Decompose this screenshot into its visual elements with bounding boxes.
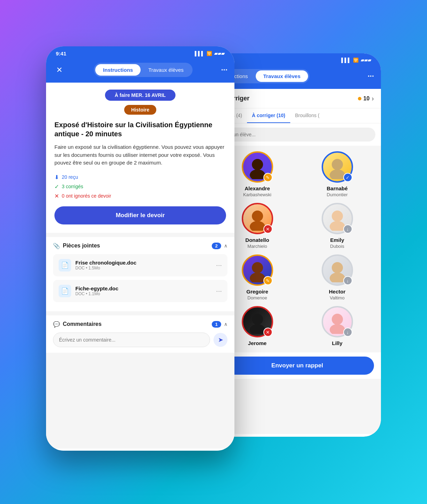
svg-point-13 [250,324,265,334]
badge-jerome: ✕ [263,328,272,337]
wifi-icon-right: 🛜 [353,58,359,63]
content-left: À faire MER. 16 AVRIL Histoire Exposé d'… [46,83,234,449]
stat-received: ⬇ 20 reçu [54,174,226,181]
students-grid: ✎ Alexandre Karbashewski ✓ Barnabé Dumon… [214,146,381,352]
svg-point-4 [252,211,263,222]
comment-icon: 💬 [53,321,60,328]
svg-point-6 [332,211,343,222]
nav-bar-left: ✕ Instructions Travaux élèves ··· [46,59,234,83]
nav-tabs-left: Instructions Travaux élèves [94,63,193,77]
file-item-2[interactable]: 📄 Fiche-egypte.doc DOC • 1.1Mo ··· [53,280,227,302]
badge-donatello: ✕ [263,224,272,234]
send-comment-button[interactable]: ➤ [214,333,227,347]
badge-alexandre: ✎ [263,173,272,182]
comment-input-row: ➤ [53,333,227,347]
badge-emily: ↓ [343,224,352,234]
svg-point-10 [332,262,343,273]
student-emily[interactable]: ↓ Emily Dubois [299,203,375,249]
assignment-desc: Faire un exposé sur la civilisation égyp… [54,143,226,167]
svg-point-1 [250,169,265,179]
count-number: 10 [364,96,370,102]
svg-point-11 [330,273,345,282]
file-meta-2: DOC • 1.1Mo [75,291,118,296]
student-hector[interactable]: ↓ Hector Valtimo [299,254,375,300]
right-phone: ▌▌▌ 🛜 ▰▰▰ ructions Travaux élèves ··· à … [214,53,381,437]
comments-title: 💬 Commentaires [53,321,102,328]
collapse-attachments[interactable] [224,243,227,249]
student-name-jerome: Jerome [248,340,267,346]
time-left: 9:41 [56,51,66,56]
avatar-wrap-donatello: ✕ [242,203,273,234]
stat-corrected: ✓ 3 corrigés [54,183,226,190]
file-icon-2: 📄 [59,285,71,297]
avatar-wrap-emily: ↓ [322,203,353,234]
close-button[interactable]: ✕ [53,64,66,76]
file-info-2: 📄 Fiche-egypte.doc DOC • 1.1Mo [59,285,118,297]
file-item-1[interactable]: 📄 Frise chronologique.doc DOC • 1.5Mo ··… [53,254,227,276]
wifi-icon: 🛜 [207,51,212,56]
download-icon: ⬇ [54,174,59,181]
svg-point-12 [252,314,263,325]
file-info-1: 📄 Frise chronologique.doc DOC • 1.5Mo [59,259,136,272]
due-badge: À faire MER. 16 AVRIL [105,90,175,101]
status-icons-right: ▌▌▌ 🛜 ▰▰▰ [341,58,371,63]
assignment-title: Exposé d'Histoire sur la Civilisation Ég… [54,120,226,138]
student-name-emily: Emily [330,237,344,243]
tab-instructions[interactable]: Instructions [95,64,141,76]
avatar-wrap-barnabe: ✓ [322,151,353,183]
comments-count: 1 [212,321,221,328]
more-menu-right[interactable]: ··· [368,72,374,81]
file-name-1: Frise chronologique.doc [75,260,136,266]
student-search-input[interactable] [219,128,375,142]
to-correct-count: 10 [358,94,374,102]
tab-travaux-right[interactable]: Travaux élèves [256,70,308,82]
ignored-text: 0 ont ignorés ce devoir [62,193,111,199]
comments-header: 💬 Commentaires 1 [53,321,227,328]
filter-brouillons[interactable]: Brouillons ( [290,108,324,123]
attachments-count: 2 [212,243,221,249]
svg-point-5 [250,221,265,231]
nav-bar-right: ructions Travaux élèves ··· [214,66,381,89]
bottom-btn-area: Envoyer un rappel [214,352,381,379]
due-section: À faire MER. 16 AVRIL Histoire Exposé d'… [46,83,234,233]
filter-a-corriger[interactable]: À corriger (10) [247,108,290,123]
student-name-hector: Hector [329,289,346,295]
svg-point-3 [330,169,345,179]
chevron-right-icon[interactable] [372,94,374,102]
file-dots-1[interactable]: ··· [216,261,222,269]
x-icon: ✕ [54,193,59,199]
more-menu-left[interactable]: ··· [221,66,227,75]
student-lilly[interactable]: ↓ Lilly [299,306,375,347]
file-dots-2[interactable]: ··· [216,287,222,295]
received-text: 20 reçu [62,174,78,180]
modify-button[interactable]: Modifier le devoir [54,206,226,224]
collapse-comments[interactable] [224,321,227,327]
comments-section: 💬 Commentaires 1 ➤ [46,315,234,353]
stat-ignored: ✕ 0 ont ignorés ce devoir [54,193,226,199]
student-name-barnabe: Barnabé [327,185,347,191]
student-lastname-gregoire: Domenoe [247,295,267,300]
comment-input[interactable] [53,333,210,347]
status-icons-left: ▌▌▌ 🛜 ▰▰▰ [195,51,225,56]
avatar-wrap-jerome: ✕ [242,306,273,337]
student-name-lilly: Lilly [332,340,342,346]
svg-point-2 [332,159,343,170]
avatar-wrap-gregoire: ✎ [242,254,273,286]
attachments-header: 📎 Pièces jointes 2 [53,243,227,249]
tab-travaux-left[interactable]: Travaux élèves [141,64,191,76]
due-date: MER. 16 AVRIL [131,92,166,98]
avatar-wrap-lilly: ↓ [322,306,353,337]
student-lastname-alexandre: Karbashewski [243,192,271,197]
attachments-section: 📎 Pièces jointes 2 📄 Frise chronologique… [46,237,234,311]
svg-point-15 [330,324,345,334]
avatar-wrap-alexandre: ✎ [242,151,273,183]
svg-point-8 [252,262,263,273]
status-bar-right: ▌▌▌ 🛜 ▰▰▰ [214,53,381,66]
orange-dot [358,97,361,100]
rappel-button[interactable]: Envoyer un rappel [220,357,374,375]
stats-row: ⬇ 20 reçu ✓ 3 corrigés ✕ 0 ont ignorés c… [54,174,226,199]
student-name-gregoire: Gregoire [246,289,268,295]
student-barnabe[interactable]: ✓ Barnabé Dumontier [299,151,375,197]
badge-barnabe: ✓ [343,173,352,182]
svg-point-7 [330,221,345,231]
